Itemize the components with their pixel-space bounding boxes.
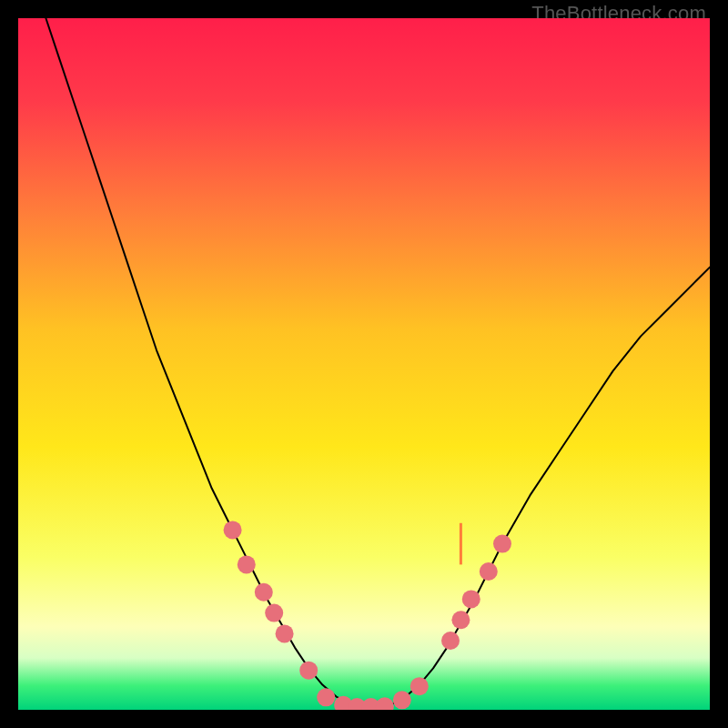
curve-dot bbox=[224, 521, 242, 539]
curve-dot bbox=[441, 632, 460, 650]
curve-dot bbox=[317, 688, 335, 706]
curve-dot bbox=[393, 691, 411, 709]
curve-dot bbox=[462, 590, 480, 608]
curve-dot bbox=[299, 662, 318, 680]
chart-frame bbox=[18, 18, 710, 710]
bottleneck-chart bbox=[18, 18, 710, 710]
curve-dot bbox=[451, 611, 470, 629]
curve-dot bbox=[493, 535, 511, 553]
curve-dot bbox=[255, 583, 273, 602]
curve-dot bbox=[276, 624, 294, 642]
gradient-background bbox=[18, 18, 710, 710]
curve-dot bbox=[265, 604, 283, 622]
curve-dot bbox=[238, 555, 256, 573]
curve-dot bbox=[410, 677, 429, 695]
curve-dot bbox=[480, 562, 498, 581]
